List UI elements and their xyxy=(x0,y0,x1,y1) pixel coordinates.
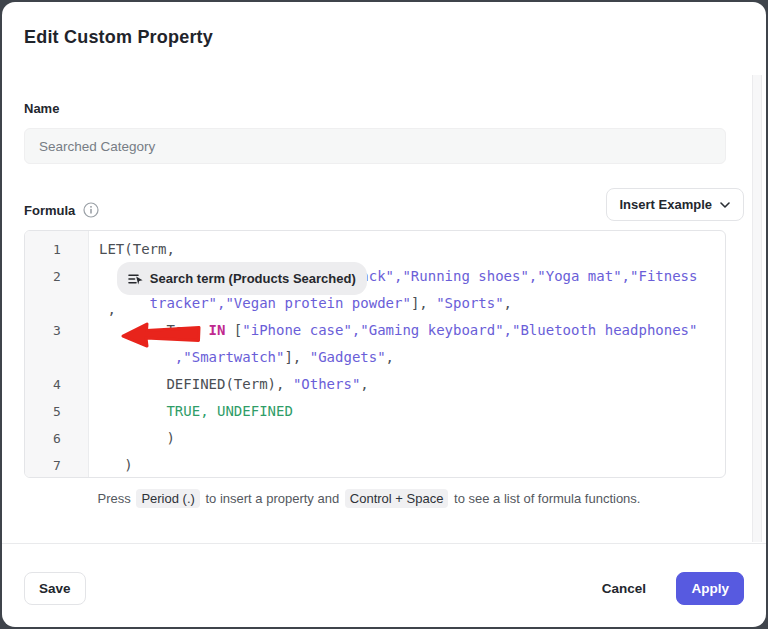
info-circle-icon[interactable] xyxy=(83,202,99,218)
line-number: 2 xyxy=(25,263,89,290)
line-number: 5 xyxy=(25,398,89,425)
kbd-control-space: Control + Space xyxy=(345,489,449,508)
name-label: Name xyxy=(24,101,59,116)
insert-example-button[interactable]: Insert Example xyxy=(606,188,745,221)
code-row: 5 TRUE, UNDEFINED xyxy=(25,398,725,425)
code-row: 4 DEFINED(Term), "Others", xyxy=(25,371,725,398)
event-property-icon xyxy=(128,272,143,286)
line-number xyxy=(25,290,89,317)
code-line: LET(Term, Search term (Products Searched… xyxy=(89,236,725,263)
code-line: TRUE, UNDEFINED xyxy=(89,398,725,425)
red-arrow-annotation xyxy=(121,321,201,349)
cancel-button[interactable]: Cancel xyxy=(588,572,660,605)
line-number: 6 xyxy=(25,425,89,452)
code-line: ) xyxy=(89,452,725,478)
kbd-period: Period (.) xyxy=(136,489,199,508)
insert-example-label: Insert Example xyxy=(620,197,713,212)
code-line: ) xyxy=(89,425,725,452)
property-chip-label: Search term (Products Searched) xyxy=(150,265,356,292)
formula-label: Formula xyxy=(24,203,75,218)
formula-code-editor[interactable]: 1LET(Term, Search term (Products Searche… xyxy=(24,230,726,478)
dialog-title: Edit Custom Property xyxy=(24,27,213,48)
hint-text: to insert a property and xyxy=(205,491,339,506)
apply-button[interactable]: Apply xyxy=(676,572,744,605)
line-number xyxy=(25,344,89,371)
hint-text: to see a list of formula functions. xyxy=(454,491,640,506)
chevron-down-icon xyxy=(720,202,730,208)
hint-text: Press xyxy=(98,491,131,506)
line-number: 3 xyxy=(25,317,89,344)
edit-custom-property-dialog: Edit Custom Property Name Formula Insert… xyxy=(2,2,766,627)
formula-label-row: Formula xyxy=(24,202,99,218)
property-chip[interactable]: Search term (Products Searched) xyxy=(117,262,367,295)
footer-divider xyxy=(2,543,766,544)
line-number: 4 xyxy=(25,371,89,398)
code-rows: 1LET(Term, Search term (Products Searche… xyxy=(25,231,725,478)
code-row: 6 ) xyxy=(25,425,725,452)
name-input[interactable] xyxy=(24,128,726,164)
editor-hint: Press Period (.) to insert a property an… xyxy=(2,491,736,506)
code-line: DEFINED(Term), "Others", xyxy=(89,371,725,398)
line-number: 7 xyxy=(25,452,89,478)
vertical-scrollbar[interactable] xyxy=(752,75,762,542)
code-row: 1LET(Term, Search term (Products Searche… xyxy=(25,236,725,263)
code-row: 7 ) xyxy=(25,452,725,478)
save-button[interactable]: Save xyxy=(24,572,86,605)
line-number: 1 xyxy=(25,236,89,263)
